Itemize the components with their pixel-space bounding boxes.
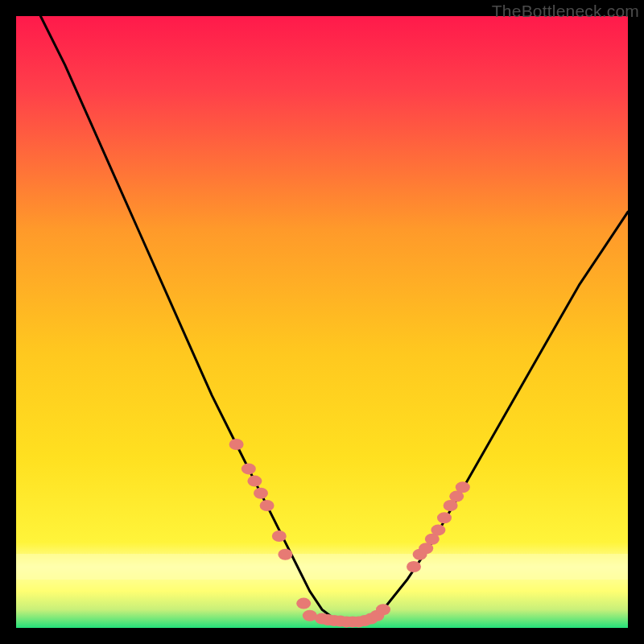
watermark-text: TheBottleneck.com bbox=[492, 2, 639, 21]
data-marker bbox=[296, 598, 311, 609]
data-marker bbox=[431, 524, 445, 535]
chart-frame bbox=[16, 16, 628, 628]
data-marker bbox=[247, 476, 262, 487]
data-marker bbox=[272, 530, 287, 542]
data-marker bbox=[407, 561, 421, 572]
gradient-bg bbox=[16, 16, 628, 628]
bottleneck-plot bbox=[16, 16, 628, 628]
data-marker bbox=[376, 604, 390, 615]
data-marker bbox=[303, 610, 317, 621]
data-marker bbox=[254, 488, 268, 499]
data-marker bbox=[229, 439, 244, 450]
data-marker bbox=[456, 481, 470, 493]
data-marker bbox=[242, 463, 256, 474]
data-marker bbox=[260, 500, 275, 511]
pale-band bbox=[16, 554, 628, 580]
data-marker bbox=[437, 512, 452, 523]
data-marker bbox=[278, 549, 292, 560]
